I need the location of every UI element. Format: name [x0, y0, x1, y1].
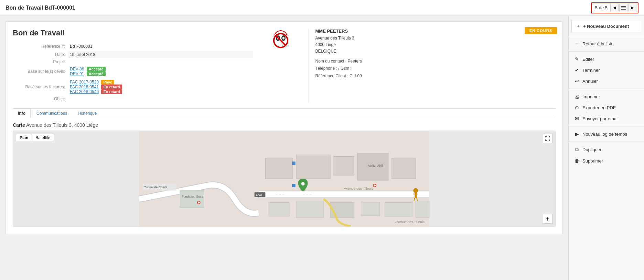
cancel-icon: ↩: [574, 78, 580, 84]
tab-communications[interactable]: Communications: [31, 109, 72, 118]
devis-badge-1: Accepté: [87, 67, 106, 71]
svg-rect-20: [269, 203, 289, 216]
ref-label: Référence Client :: [315, 74, 348, 78]
svg-text:Tunnel de Cointe: Tunnel de Cointe: [144, 186, 168, 189]
send-email-button[interactable]: ✉ Envoyer par email: [569, 113, 644, 124]
doc-logo: [260, 29, 301, 103]
map-container: Plan Satellite +: [13, 131, 556, 227]
cancel-button[interactable]: ↩ Annuler: [569, 76, 644, 87]
edit-icon: ✎: [574, 56, 580, 62]
document-card: EN COURS Bon de Travail Référence #: BdT…: [6, 21, 563, 234]
svg-text:A602: A602: [256, 194, 263, 197]
new-document-label: + Nouveau Document: [583, 24, 629, 29]
finish-button[interactable]: ✔ Terminer: [569, 65, 644, 76]
map-section: Carte Avenue des Tilleuls 3, 4000 Liège …: [13, 118, 556, 227]
map-expand-button[interactable]: [543, 134, 552, 143]
client-name: MME PEETERS: [315, 29, 556, 34]
main-layout: EN COURS Bon de Travail Référence #: BdT…: [0, 16, 644, 280]
pagination-next-button[interactable]: ▶: [628, 4, 636, 12]
sidebar: ＋ + Nouveau Document ← Retour à la liste…: [568, 16, 644, 280]
duplicate-icon: ⧉: [574, 147, 580, 153]
tab-info[interactable]: Info: [13, 109, 31, 118]
projet-label: Projet:: [13, 59, 68, 64]
sidebar-divider-4: [569, 126, 644, 126]
facture-link-1[interactable]: FAC 2017-0528: [70, 80, 99, 85]
doc-client-col: MME PEETERS Avenue des Tilleuls 3 4000 L…: [308, 29, 556, 103]
objet-row: Objet:: [13, 97, 253, 101]
svg-rect-23: [361, 202, 380, 216]
pagination-text: 5 de 5: [593, 5, 610, 10]
svg-rect-26: [180, 191, 204, 208]
duplicate-label: Dupliquer: [582, 147, 602, 152]
duplicate-button[interactable]: ⧉ Dupliquer: [569, 144, 644, 155]
pagination-controls: 5 de 5 ◀ ▶: [591, 2, 638, 13]
objet-label: Objet:: [13, 97, 68, 101]
map-address: Avenue des Tilleuls 3, 4000 Liège: [26, 122, 98, 128]
facture-link-3[interactable]: FAC 2018-0546: [70, 89, 99, 94]
phone-label: Téléphone : / Gsm :: [315, 66, 352, 71]
map-plan-button[interactable]: Plan: [16, 134, 32, 142]
sidebar-divider-1: [569, 36, 644, 36]
contact-value: Peeters: [348, 59, 362, 64]
delete-label: Supprimer: [582, 158, 603, 164]
svg-rect-17: [334, 156, 354, 175]
svg-point-7: [282, 37, 285, 40]
print-icon: 🖨: [574, 94, 580, 99]
company-logo: [267, 29, 294, 53]
devis-badge-2: Accepté: [87, 71, 106, 76]
svg-rect-15: [265, 158, 292, 179]
factures-label: Basé sur les factures:: [13, 85, 68, 89]
new-log-button[interactable]: ▶ Nouveau log de temps: [569, 128, 644, 139]
devis-label: Basé sur le(s) devis:: [13, 69, 68, 74]
facture-link-2[interactable]: FAC 2018-0541: [70, 85, 99, 89]
client-phone-row: Téléphone : / Gsm :: [315, 65, 556, 72]
tabs-bar: Info Communications Historique: [13, 109, 556, 118]
delete-button[interactable]: 🗑 Supprimer: [569, 155, 644, 166]
reference-value: BdT-000001: [68, 43, 253, 50]
finish-icon: ✔: [574, 67, 580, 73]
contact-label: Nom du contact :: [315, 59, 347, 64]
email-icon: ✉: [574, 116, 580, 121]
svg-text:Fondation Susa: Fondation Susa: [182, 195, 203, 198]
svg-point-38: [374, 184, 376, 187]
sidebar-divider-2: [569, 51, 644, 52]
edit-button[interactable]: ✎ Editer: [569, 54, 644, 65]
facture-badge-1: Payé: [101, 80, 114, 85]
back-button[interactable]: ← Retour à la liste: [569, 38, 644, 49]
svg-rect-42: [292, 184, 296, 187]
objet-value: [68, 98, 253, 100]
back-label: Retour à la liste: [582, 41, 613, 46]
new-document-button[interactable]: ＋ + Nouveau Document: [571, 20, 641, 32]
facture-item-1: FAC 2017-0528 Payé: [70, 80, 251, 85]
date-label: Date:: [13, 52, 68, 57]
projet-row: Projet:: [13, 59, 253, 64]
devis-link-2[interactable]: DEV-91: [70, 71, 84, 76]
map-type-buttons: Plan Satellite: [16, 134, 54, 142]
edit-label: Editer: [582, 57, 594, 62]
pagination-list-button[interactable]: [619, 4, 627, 12]
svg-rect-41: [292, 161, 296, 165]
map-zoom-in-button[interactable]: +: [543, 214, 552, 224]
svg-text:Avenue des Tilleuls: Avenue des Tilleuls: [395, 220, 425, 224]
new-log-label: Nouveau log de temps: [582, 132, 627, 137]
svg-rect-16: [296, 155, 330, 179]
devis-values: DEV-86 Accepté DEV-91 Accepté: [68, 66, 253, 77]
facture-item-3: FAC 2018-0546 En retard: [70, 89, 251, 94]
facture-item-2: FAC 2018-0541 En retard: [70, 85, 251, 89]
page-title: Bon de Travail BdT-000001: [6, 5, 75, 11]
factures-values: FAC 2017-0528 Payé FAC 2018-0541 En reta…: [68, 79, 253, 95]
tab-historique[interactable]: Historique: [73, 109, 102, 118]
doc-info-col: Bon de Travail Référence #: BdT-000001 D…: [13, 29, 253, 103]
plus-icon: ＋: [576, 23, 580, 29]
pagination-prev-button[interactable]: ◀: [610, 4, 619, 12]
sidebar-divider-3: [569, 89, 644, 89]
svg-point-43: [413, 188, 418, 193]
devis-link-1[interactable]: DEV-86: [70, 67, 84, 71]
tabs-section: Info Communications Historique Carte Ave…: [13, 108, 556, 227]
map-title: Carte Avenue des Tilleuls 3, 4000 Liège: [13, 122, 556, 128]
svg-point-29: [198, 202, 200, 204]
export-pdf-button[interactable]: ⊙ Exporter en PDF: [569, 102, 644, 113]
svg-rect-19: [392, 158, 416, 179]
print-button[interactable]: 🖨 Imprimer: [569, 91, 644, 102]
map-satellite-button[interactable]: Satellite: [32, 134, 54, 142]
